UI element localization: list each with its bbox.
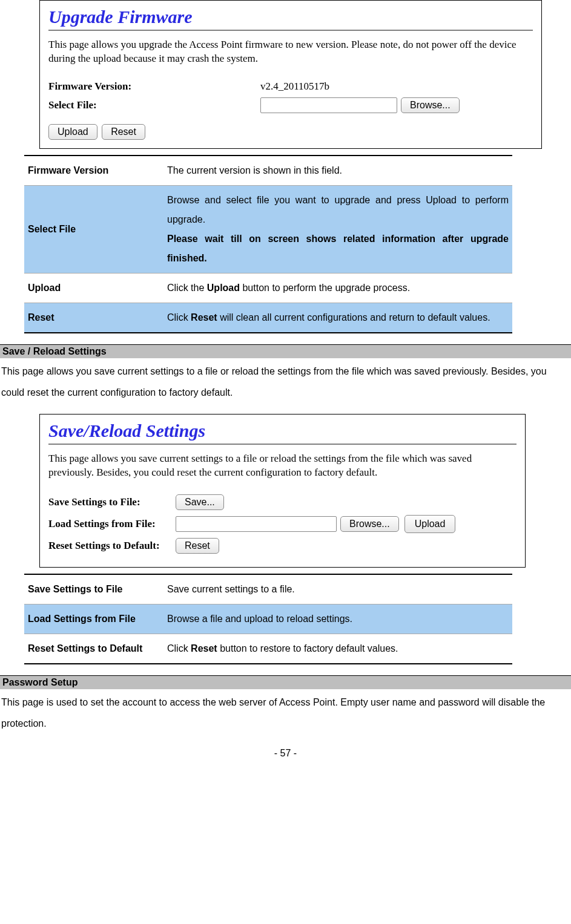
def-desc: Browse a file and upload to reload setti… (163, 605, 512, 634)
load-settings-input[interactable] (176, 516, 337, 532)
panel-title: Save/Reload Settings (48, 421, 517, 445)
select-file-label: Select File: (48, 99, 260, 111)
upload-button[interactable]: Upload (48, 124, 97, 140)
page-number: - 57 - (0, 748, 571, 759)
save-button[interactable]: Save... (176, 494, 224, 510)
def-label: Load Settings from File (24, 605, 163, 634)
table-row: Reset Click Reset will clean all current… (24, 303, 512, 333)
upload-button[interactable]: Upload (404, 515, 456, 533)
table-row: Load Settings from File Browse a file an… (24, 605, 512, 634)
def-label: Reset Settings to Default (24, 634, 163, 664)
def-desc: Save current settings to a file. (163, 574, 512, 605)
reset-settings-label: Reset Settings to Default: (48, 540, 176, 552)
table-row: Reset Settings to Default Click Reset bu… (24, 634, 512, 664)
def-desc: Click Reset will clean all current confi… (163, 303, 512, 333)
reset-button[interactable]: Reset (102, 124, 145, 140)
browse-button[interactable]: Browse... (401, 97, 460, 113)
def-label: Upload (24, 273, 163, 303)
save-reload-panel: Save/Reload Settings This page allows yo… (39, 414, 526, 568)
save-reload-heading: Save / Reload Settings (0, 344, 571, 358)
table-row: Firmware Version The current version is … (24, 156, 512, 186)
save-reload-definitions-table: Save Settings to File Save current setti… (24, 574, 512, 664)
def-label: Select File (24, 185, 163, 273)
panel-title: Upgrade Firmware (48, 7, 533, 31)
firmware-version-row: Firmware Version: v2.4_20110517b (48, 80, 533, 93)
def-desc: Click the Upload button to perform the u… (163, 273, 512, 303)
button-row: Upload Reset (48, 124, 533, 140)
firmware-version-label: Firmware Version: (48, 80, 260, 93)
panel-description: This page allows you save current settin… (48, 452, 517, 480)
upgrade-firmware-panel: Upgrade Firmware This page allows you up… (39, 0, 542, 149)
save-settings-label: Save Settings to File: (48, 496, 176, 508)
upgrade-definitions-table: Firmware Version The current version is … (24, 155, 512, 333)
reset-settings-row: Reset Settings to Default: Reset (48, 538, 517, 554)
password-setup-heading: Password Setup (0, 675, 571, 689)
table-row: Select File Browse and select file you w… (24, 185, 512, 273)
table-row: Upload Click the Upload button to perfor… (24, 273, 512, 303)
browse-button[interactable]: Browse... (340, 516, 399, 532)
save-settings-row: Save Settings to File: Save... (48, 494, 517, 510)
firmware-version-value: v2.4_20110517b (260, 80, 329, 93)
load-settings-label: Load Settings from File: (48, 518, 176, 530)
load-settings-row: Load Settings from File: Browse... Uploa… (48, 515, 517, 533)
def-desc: Click Reset button to restore to factory… (163, 634, 512, 664)
reset-button[interactable]: Reset (176, 538, 219, 554)
select-file-row: Select File: Browse... (48, 97, 533, 113)
def-label: Reset (24, 303, 163, 333)
def-label: Firmware Version (24, 156, 163, 186)
table-row: Save Settings to File Save current setti… (24, 574, 512, 605)
panel-description: This page allows you upgrade the Access … (48, 38, 533, 66)
def-desc: Browse and select file you want to upgra… (163, 185, 512, 273)
password-setup-text: This page is used to set the account to … (0, 692, 571, 734)
save-reload-text: This page allows you save current settin… (0, 361, 571, 403)
select-file-input[interactable] (260, 97, 397, 113)
def-label: Save Settings to File (24, 574, 163, 605)
def-desc: The current version is shown in this fie… (163, 156, 512, 186)
